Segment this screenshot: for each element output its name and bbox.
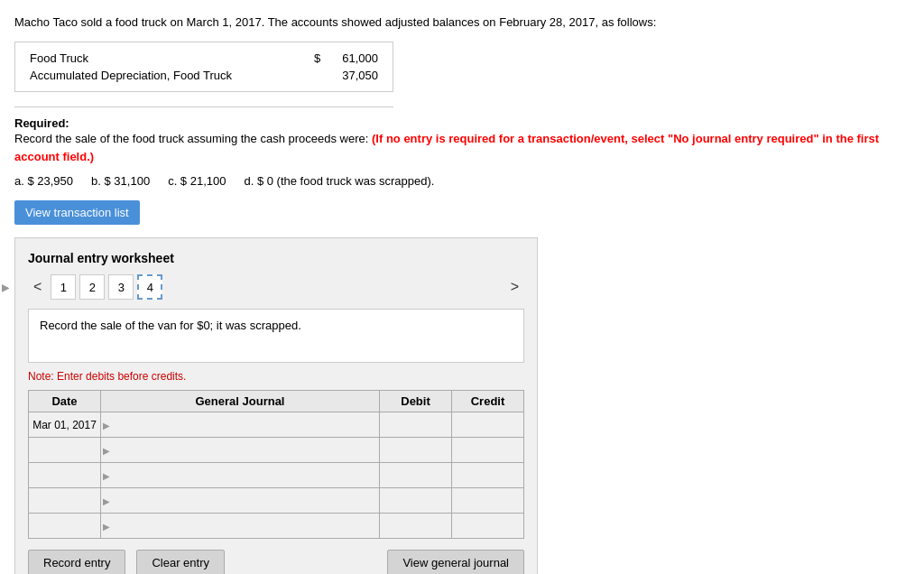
journal-input[interactable]	[105, 444, 375, 457]
header-general-journal: General Journal	[101, 391, 380, 412]
journal-input[interactable]	[105, 419, 375, 431]
note-text: Note: Enter debits before credits.	[28, 370, 524, 383]
credit-input[interactable]	[456, 444, 520, 457]
required-body-text: Record the sale of the food truck assumi…	[14, 132, 372, 145]
required-section: Required: Record the sale of the food tr…	[14, 116, 910, 165]
journal-row: ▶▶▶	[29, 463, 524, 488]
journal-debit-cell[interactable]: ▶	[380, 438, 452, 463]
tab-next-button[interactable]: >	[505, 277, 524, 297]
option-label: b. $ 31,100	[91, 174, 150, 188]
header-credit: Credit	[452, 391, 524, 412]
option-label: a. $ 23,950	[14, 174, 73, 188]
account-dollar	[306, 67, 324, 84]
journal-date-cell	[29, 514, 101, 539]
debit-input[interactable]	[383, 469, 448, 482]
journal-credit-cell[interactable]: ▶	[452, 463, 524, 488]
journal-debit-cell[interactable]: ▶	[380, 463, 452, 488]
journal-date-cell: Mar 01, 2017	[29, 412, 101, 438]
credit-input[interactable]	[456, 469, 520, 482]
tab-prev-button[interactable]: <	[28, 277, 47, 297]
cell-arrow-icon: ▶	[103, 495, 110, 505]
debit-input[interactable]	[383, 444, 448, 457]
credit-arrow-icon: ▶	[2, 282, 9, 292]
journal-general-cell[interactable]: ▶	[101, 438, 380, 463]
cell-arrow-icon: ▶	[103, 445, 110, 455]
worksheet-title: Journal entry worksheet	[28, 251, 524, 265]
tab-3[interactable]: 3	[108, 274, 134, 300]
journal-row: ▶▶▶	[29, 488, 524, 514]
journal-credit-cell[interactable]: ▶	[452, 514, 524, 539]
journal-credit-cell[interactable]: ▶	[452, 412, 524, 438]
account-row: Food Truck $ 61,000	[26, 50, 382, 67]
journal-table: Date General Journal Debit Credit Mar 01…	[28, 390, 524, 539]
buttons-row: Record entry Clear entry View general jo…	[28, 550, 524, 574]
cell-arrow-icon: ▶	[103, 470, 110, 480]
journal-date-cell	[29, 488, 101, 514]
debit-input[interactable]	[383, 419, 448, 431]
divider	[14, 106, 393, 107]
option-label: d. $ 0 (the food truck was scrapped).	[244, 174, 434, 188]
cell-arrow-icon: ▶	[103, 521, 110, 531]
account-amount: 61,000	[324, 50, 382, 67]
journal-general-cell[interactable]: ▶	[101, 488, 380, 514]
options-row: a. $ 23,950b. $ 31,100c. $ 21,100d. $ 0 …	[14, 174, 910, 188]
journal-row: ▶▶▶	[29, 438, 524, 463]
tab-2[interactable]: 2	[79, 274, 105, 300]
option-label: c. $ 21,100	[168, 174, 226, 188]
credit-input[interactable]	[456, 495, 520, 507]
debit-input[interactable]	[383, 520, 448, 532]
journal-row: Mar 01, 2017▶▶▶	[29, 412, 524, 438]
journal-date-cell	[29, 438, 101, 463]
credit-input[interactable]	[456, 419, 520, 431]
journal-worksheet: Journal entry worksheet < 1234 > Record …	[14, 237, 538, 574]
journal-date-cell	[29, 463, 101, 488]
debit-input[interactable]	[383, 495, 448, 507]
header-date: Date	[29, 391, 101, 412]
record-entry-button[interactable]: Record entry	[28, 550, 125, 574]
journal-credit-cell[interactable]: ▶	[452, 488, 524, 514]
required-label: Required:	[14, 116, 69, 130]
intro-text: Macho Taco sold a food truck on March 1,…	[14, 14, 910, 31]
header-debit: Debit	[380, 391, 452, 412]
journal-general-cell[interactable]: ▶	[101, 412, 380, 438]
journal-input[interactable]	[105, 520, 375, 532]
account-label: Accumulated Depreciation, Food Truck	[26, 67, 306, 84]
journal-general-cell[interactable]: ▶	[101, 463, 380, 488]
description-box: Record the sale of the van for $0; it wa…	[28, 309, 524, 363]
account-amount: 37,050	[324, 67, 382, 84]
journal-row: ▶▶▶	[29, 514, 524, 539]
clear-entry-button[interactable]: Clear entry	[136, 550, 225, 574]
tabs-row: < 1234 >	[28, 274, 524, 300]
journal-debit-cell[interactable]: ▶	[380, 488, 452, 514]
journal-debit-cell[interactable]: ▶	[380, 514, 452, 539]
account-label: Food Truck	[26, 50, 306, 67]
journal-input[interactable]	[105, 495, 375, 507]
view-general-journal-button[interactable]: View general journal	[387, 550, 524, 574]
credit-input[interactable]	[456, 520, 520, 532]
view-transaction-button[interactable]: View transaction list	[14, 200, 140, 225]
journal-input[interactable]	[105, 469, 375, 482]
journal-debit-cell[interactable]: ▶	[380, 412, 452, 438]
account-dollar: $	[306, 50, 324, 67]
tab-1[interactable]: 1	[51, 274, 76, 300]
journal-credit-cell[interactable]: ▶	[452, 438, 524, 463]
tab-4[interactable]: 4	[137, 274, 162, 300]
cell-arrow-icon: ▶	[103, 420, 110, 430]
account-row: Accumulated Depreciation, Food Truck 37,…	[26, 67, 382, 84]
journal-general-cell[interactable]: ▶	[101, 514, 380, 539]
accounts-table: Food Truck $ 61,000Accumulated Depreciat…	[14, 42, 393, 92]
